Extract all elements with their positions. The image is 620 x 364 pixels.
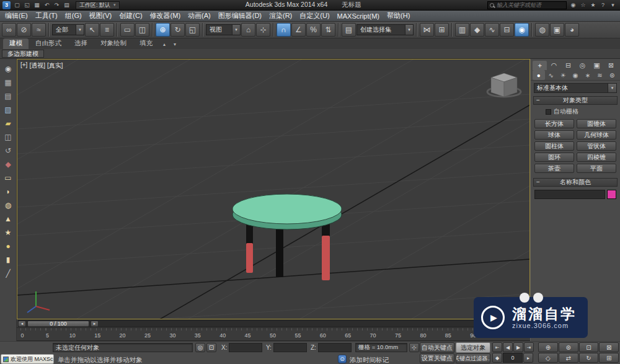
set-key-button[interactable]: 设置关键点 [420, 353, 454, 363]
box-stack-icon[interactable]: ▤ [3, 91, 14, 101]
time-slider-handle[interactable]: 0 / 100 [27, 321, 89, 327]
select-object-icon[interactable]: ↖ [85, 23, 99, 37]
welcome-screen-taskbar-button[interactable]: 欢迎使用 MAXSc [1, 354, 54, 364]
ribbon-options-icon[interactable]: ▾ [170, 42, 180, 49]
object-type-button[interactable]: 管状体 [577, 141, 616, 151]
viewport-menu-label[interactable]: [透视] [29, 61, 45, 70]
workspace-dropdown[interactable]: 工作区: 默认 ▾ [76, 1, 120, 9]
maximize-viewport-icon[interactable]: ⊞ [599, 353, 619, 363]
ribbon-tab[interactable]: 选择 [68, 38, 94, 49]
lights-category[interactable]: ☀ [557, 70, 569, 80]
ribbon-tab[interactable]: 填充 [133, 38, 159, 49]
align-icon[interactable]: ⊞ [435, 23, 449, 37]
named-selection-sets-dropdown[interactable]: 创建选择集▾ [356, 24, 414, 35]
primitive-category-dropdown[interactable]: 标准基本体 ▾ [534, 83, 617, 93]
isolate-selection-icon[interactable]: ◎ [195, 343, 205, 352]
percent-snap-icon[interactable]: % [306, 23, 321, 37]
unlink-selection-icon[interactable]: ⊘ [17, 23, 31, 37]
auto-key-button[interactable]: 自动关键点 [420, 342, 454, 353]
object-type-button[interactable]: 茶壶 [534, 164, 574, 173]
object-type-button[interactable]: 长方体 [534, 119, 574, 128]
sign-in-icon[interactable]: ◉ [569, 1, 578, 9]
x-coordinate-field[interactable] [229, 343, 262, 352]
object-type-button[interactable]: 平面 [577, 164, 616, 173]
viewport-canvas[interactable] [17, 60, 529, 319]
use-pivot-point-icon[interactable]: ⌂ [241, 23, 255, 37]
systems-category[interactable]: ⊛ [606, 70, 618, 80]
community-icon[interactable]: ☆ [578, 1, 588, 9]
field-of-view-icon[interactable]: ◇ [538, 353, 558, 363]
menu-item[interactable]: 工具(T) [32, 11, 61, 21]
gem-tool-icon[interactable]: ◆ [3, 159, 14, 169]
menu-item[interactable]: 视图(V) [86, 11, 116, 21]
next-frame-arrow[interactable]: ▸ [91, 321, 99, 327]
star-primitive-icon[interactable]: ★ [3, 228, 14, 237]
undo-icon[interactable]: ↶ [42, 1, 51, 9]
rendered-frame-window-icon[interactable]: ▣ [550, 23, 564, 37]
display-tab[interactable]: ▣ [590, 61, 604, 70]
perspective-viewport[interactable]: [+][透视][真实] [17, 59, 530, 319]
menu-item[interactable]: 帮助(H) [383, 11, 414, 21]
spinner-snap-icon[interactable]: ⇅ [321, 23, 335, 37]
menu-item[interactable]: 创建(C) [115, 11, 146, 21]
key-mode-toggle-button[interactable]: ◆ [492, 353, 502, 363]
menu-item[interactable]: MAXScript(M) [334, 11, 383, 21]
ribbon-tab[interactable]: 建模 [3, 38, 29, 49]
grid-tool-icon[interactable]: ▦ [3, 78, 14, 87]
menu-item[interactable]: 图形编辑器(D) [215, 11, 265, 21]
surface-grid-icon[interactable]: ▧ [3, 105, 14, 115]
object-type-rollout-header[interactable]: − 对象类型 [533, 96, 618, 105]
orbit-icon[interactable]: ↻ [579, 353, 599, 363]
object-type-button[interactable]: 圆环 [534, 153, 574, 162]
project-folder-icon[interactable]: ▤ [62, 1, 71, 9]
time-tag-icon[interactable]: ⊙ [338, 355, 347, 363]
redo-icon[interactable]: ↷ [52, 1, 61, 9]
selection-filter-dropdown[interactable]: 全部▾ [52, 24, 84, 35]
geometry-category[interactable]: ● [533, 70, 545, 80]
go-to-end-button[interactable]: ⇥ [524, 342, 534, 352]
absolute-mode-icon[interactable]: ⊹ [409, 343, 419, 352]
reference-coordinate-dropdown[interactable]: 视图▾ [206, 24, 241, 35]
key-filters-button[interactable]: 关键点过滤器... [456, 353, 490, 363]
mirror-icon[interactable]: ⋈ [420, 23, 434, 37]
snap-toggle-3d-icon[interactable]: ∩ [277, 23, 291, 37]
application-menu-icon[interactable]: 3 [2, 1, 11, 9]
object-type-button[interactable]: 几何球体 [577, 130, 616, 140]
object-type-button[interactable]: 圆柱体 [534, 141, 574, 151]
object-type-button[interactable]: 球体 [534, 130, 574, 140]
select-and-move-icon[interactable]: ⊕ [156, 23, 170, 37]
shapes-category[interactable]: ∿ [545, 70, 557, 80]
new-scene-icon[interactable]: ▢ [12, 1, 22, 9]
curve-editor-icon[interactable]: ∿ [485, 23, 499, 37]
window-crossing-icon[interactable]: ◫ [135, 23, 149, 37]
render-production-icon[interactable]: ◕ [565, 23, 579, 37]
zoom-icon[interactable]: ⊕ [538, 342, 558, 352]
hierarchy-tab[interactable]: ⊟ [561, 61, 575, 70]
sphere-primitive-icon[interactable]: ● [3, 241, 14, 251]
menu-item[interactable]: 编辑(E) [1, 11, 32, 21]
select-and-manipulate-icon[interactable]: ⊹ [256, 23, 270, 37]
menu-item[interactable]: 自定义(U) [296, 11, 333, 21]
material-editor-icon[interactable]: ◉ [515, 23, 529, 37]
utilities-tab[interactable]: ⊠ [604, 61, 618, 70]
menu-down-icon[interactable]: ▾ [608, 1, 618, 9]
cameras-category[interactable]: ◉ [569, 70, 582, 80]
select-and-scale-icon[interactable]: ◱ [185, 23, 200, 37]
go-to-start-button[interactable]: ⇤ [492, 342, 502, 352]
select-tool-icon[interactable]: ◉ [3, 64, 14, 74]
open-file-icon[interactable]: ◱ [22, 1, 32, 9]
viewport-menu-label[interactable]: [真实] [47, 61, 63, 70]
panel-tool-icon[interactable]: ◫ [3, 132, 14, 142]
ribbon-tab[interactable]: 自由形式 [29, 38, 68, 49]
object-type-button[interactable]: 四棱锥 [577, 153, 616, 162]
viewport-menu-label[interactable]: [+] [20, 61, 27, 70]
cone-primitive-icon[interactable]: ▲ [3, 214, 14, 224]
helpers-category[interactable]: ∗ [582, 70, 594, 80]
current-frame-field[interactable]: 0 [503, 353, 523, 363]
angle-snap-icon[interactable]: ∠ [291, 23, 306, 37]
select-and-rotate-icon[interactable]: ↻ [170, 23, 185, 37]
track-bar[interactable]: 0510152025303540455055606570758085909510… [17, 328, 530, 341]
menu-item[interactable]: 修改器(M) [146, 11, 185, 21]
slice-tool-icon[interactable]: ╱ [3, 269, 14, 278]
space-warps-category[interactable]: ≋ [594, 70, 606, 80]
